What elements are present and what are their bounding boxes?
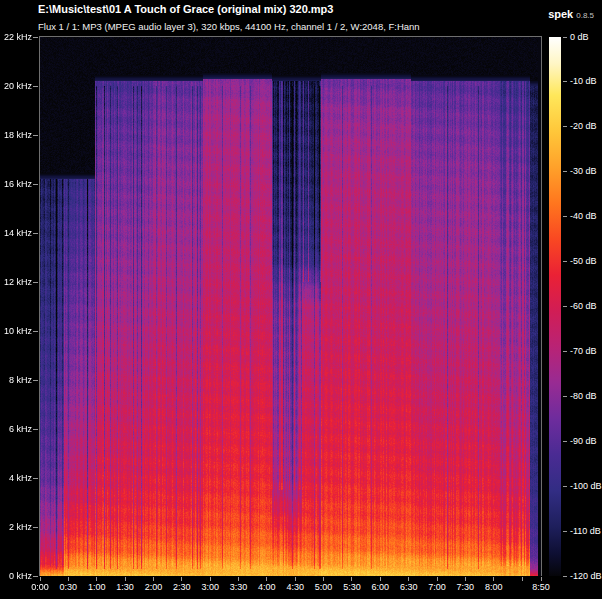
db-tick-label: -50 dB xyxy=(570,257,597,266)
freq-tick xyxy=(33,478,38,479)
db-tick xyxy=(563,126,567,127)
db-tick-label: -20 dB xyxy=(570,122,597,131)
freq-tick xyxy=(33,380,38,381)
db-legend-gradient-bar xyxy=(549,37,561,576)
db-tick xyxy=(563,396,567,397)
time-tick-label: 7:00 xyxy=(428,583,446,592)
freq-tick-label: 4 kHz xyxy=(1,474,32,483)
time-tick-label: 1:30 xyxy=(116,583,134,592)
freq-tick-label: 22 kHz xyxy=(1,33,32,42)
time-tick xyxy=(238,577,239,581)
time-tick-label: 2:00 xyxy=(145,583,163,592)
time-tick xyxy=(493,577,494,581)
time-tick-label: 7:30 xyxy=(457,583,475,592)
time-tick-label: 5:30 xyxy=(343,583,361,592)
time-tick-label: 5:00 xyxy=(315,583,333,592)
time-tick xyxy=(153,577,154,581)
freq-tick xyxy=(33,282,38,283)
db-tick xyxy=(563,81,567,82)
time-tick xyxy=(68,577,69,581)
app-name: spek xyxy=(548,8,573,20)
db-tick xyxy=(563,441,567,442)
freq-tick-label: 14 kHz xyxy=(1,229,32,238)
db-tick-label: -110 dB xyxy=(570,527,601,536)
time-tick xyxy=(295,577,296,581)
time-tick xyxy=(96,577,97,581)
freq-tick-label: 6 kHz xyxy=(1,425,32,434)
spectrogram-canvas xyxy=(40,37,541,576)
time-tick-label: 4:30 xyxy=(286,583,304,592)
freq-tick xyxy=(33,135,38,136)
time-tick xyxy=(351,577,352,581)
db-tick xyxy=(563,486,567,487)
freq-tick-label: 2 kHz xyxy=(1,523,32,532)
freq-tick xyxy=(33,331,38,332)
time-tick-label: 8:50 xyxy=(532,583,550,592)
db-tick xyxy=(563,351,567,352)
time-tick xyxy=(125,577,126,581)
time-tick xyxy=(437,577,438,581)
freq-tick-label: 18 kHz xyxy=(1,131,32,140)
db-tick-label: -100 dB xyxy=(570,482,602,491)
time-tick xyxy=(408,577,409,581)
time-tick-label: 4:00 xyxy=(258,583,276,592)
freq-tick xyxy=(33,233,38,234)
time-tick-label: 0:00 xyxy=(31,583,49,592)
time-tick xyxy=(380,577,381,581)
time-tick xyxy=(323,577,324,581)
time-tick xyxy=(210,577,211,581)
freq-tick xyxy=(33,86,38,87)
freq-tick-label: 20 kHz xyxy=(1,82,32,91)
time-tick-label: 0:30 xyxy=(60,583,78,592)
freq-tick-label: 16 kHz xyxy=(1,180,32,189)
time-tick-label: 1:00 xyxy=(88,583,106,592)
time-tick-label: 3:00 xyxy=(201,583,219,592)
db-tick xyxy=(563,171,567,172)
app-brand: spek0.8.5 xyxy=(548,4,594,22)
time-tick xyxy=(465,577,466,581)
db-tick-label: -80 dB xyxy=(570,392,597,401)
db-tick-label: -120 dB xyxy=(570,572,602,581)
freq-tick-label: 10 kHz xyxy=(1,327,32,336)
freq-tick-label: 0 kHz xyxy=(1,572,32,581)
file-path-title: E:\Music\test\01 A Touch of Grace (origi… xyxy=(38,3,333,15)
freq-tick xyxy=(33,37,38,38)
db-tick xyxy=(563,306,567,307)
time-tick-label: 2:30 xyxy=(173,583,191,592)
time-tick xyxy=(181,577,182,581)
time-tick xyxy=(522,577,523,581)
db-tick-label: -10 dB xyxy=(570,77,597,86)
stream-info-subtitle: Flux 1 / 1: MP3 (MPEG audio layer 3), 32… xyxy=(38,21,420,32)
freq-tick-label: 12 kHz xyxy=(1,278,32,287)
time-tick xyxy=(40,577,41,581)
db-tick-label: -70 dB xyxy=(570,347,597,356)
spek-window: { "header": { "title": "E:\\Music\\test\… xyxy=(0,0,602,599)
db-tick xyxy=(563,261,567,262)
time-tick xyxy=(541,577,542,581)
spectrogram-plot-frame xyxy=(39,36,542,576)
freq-tick xyxy=(33,429,38,430)
time-tick xyxy=(266,577,267,581)
db-tick-label: 0 dB xyxy=(570,33,589,42)
db-tick xyxy=(563,37,567,38)
freq-tick xyxy=(33,576,38,577)
freq-tick xyxy=(33,527,38,528)
db-tick-label: -60 dB xyxy=(570,302,597,311)
db-tick xyxy=(563,576,567,577)
freq-tick-label: 8 kHz xyxy=(1,376,32,385)
time-tick-label: 6:00 xyxy=(372,583,390,592)
db-tick-label: -90 dB xyxy=(570,437,597,446)
time-tick-label: 6:30 xyxy=(400,583,418,592)
db-tick-label: -30 dB xyxy=(570,167,597,176)
time-tick-label: 8:00 xyxy=(485,583,503,592)
db-tick xyxy=(563,216,567,217)
freq-tick xyxy=(33,184,38,185)
app-version: 0.8.5 xyxy=(576,11,594,20)
time-tick-label: 3:30 xyxy=(230,583,248,592)
db-tick-label: -40 dB xyxy=(570,212,597,221)
db-tick xyxy=(563,531,567,532)
